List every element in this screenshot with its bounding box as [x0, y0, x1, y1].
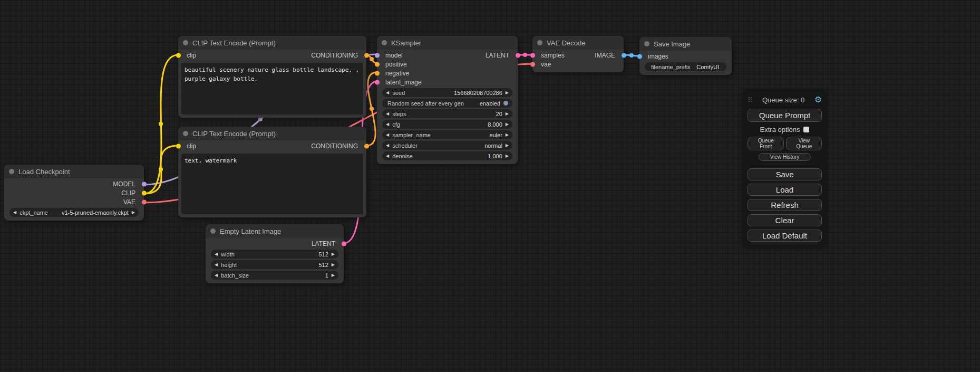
view-queue-button[interactable]: View Queue — [786, 137, 822, 150]
prompt-textarea[interactable]: beautiful scenery nature glass bottle la… — [181, 63, 363, 115]
input-port-model[interactable] — [375, 53, 380, 58]
queue-size-label: Queue size: 0 — [753, 96, 814, 104]
widget-value: 512 — [237, 262, 328, 268]
node-title-bar[interactable]: Load Checkpoint — [4, 165, 144, 178]
increment-arrow-icon[interactable]: ▶ — [132, 211, 135, 215]
node-title: VAE Decode — [547, 39, 585, 47]
node-title-bar[interactable]: Save Image — [639, 37, 732, 51]
collapse-dot-icon[interactable] — [537, 40, 542, 45]
increment-arrow-icon[interactable]: ▶ — [506, 133, 509, 137]
widget-height[interactable]: ◀ height 512 ▶ — [211, 260, 338, 269]
input-port-negative[interactable] — [375, 71, 380, 75]
node-vae-decode[interactable]: VAE Decode samples IMAGE vae — [532, 36, 624, 72]
output-port-vae[interactable] — [142, 199, 147, 204]
decrement-arrow-icon[interactable]: ◀ — [386, 154, 389, 158]
widget-seed[interactable]: ◀ seed 156680208700286 ▶ — [382, 88, 512, 97]
extra-options-label: Extra options — [760, 126, 800, 133]
input-port-clip[interactable] — [176, 53, 181, 58]
increment-arrow-icon[interactable]: ▶ — [506, 91, 509, 95]
load-default-button[interactable]: Load Default — [748, 230, 822, 242]
output-port-model[interactable] — [142, 182, 147, 186]
node-title: Save Image — [654, 40, 690, 48]
widget-batch-size[interactable]: ◀ batch_size 1 ▶ — [211, 271, 338, 280]
node-title-bar[interactable]: VAE Decode — [532, 36, 624, 50]
prompt-textarea[interactable]: text, watermark — [181, 154, 363, 214]
view-history-button[interactable]: View History — [759, 153, 811, 161]
input-port-clip[interactable] — [176, 144, 181, 148]
node-title-bar[interactable]: CLIP Text Encode (Prompt) — [178, 36, 366, 50]
settings-gear-icon[interactable]: ⚙ — [814, 96, 822, 104]
widget-steps[interactable]: ◀ steps 20 ▶ — [382, 109, 512, 118]
save-button[interactable]: Save — [748, 168, 822, 180]
input-label-clip: clip — [187, 142, 196, 150]
decrement-arrow-icon[interactable]: ◀ — [386, 133, 389, 137]
widget-scheduler[interactable]: ◀ scheduler normal ▶ — [382, 141, 512, 150]
drag-handle-icon[interactable]: ⠿ — [748, 96, 753, 104]
input-port-latent-image[interactable] — [375, 80, 380, 84]
increment-arrow-icon[interactable]: ▶ — [332, 252, 335, 256]
increment-arrow-icon[interactable]: ▶ — [332, 273, 335, 278]
graph-canvas[interactable]: Load Checkpoint MODEL CLIP VAE ◀ ckpt_na… — [0, 0, 980, 372]
node-title-bar[interactable]: Empty Latent Image — [206, 224, 344, 238]
widget-label: denoise — [392, 153, 413, 159]
widget-ckpt-name[interactable]: ◀ ckpt_name v1-5-pruned-emaonly.ckpt ▶ — [9, 208, 139, 217]
widget-width[interactable]: ◀ width 512 ▶ — [211, 250, 338, 259]
output-port-conditioning[interactable] — [364, 53, 369, 58]
output-port-image[interactable] — [622, 53, 626, 58]
widget-value: 1.000 — [413, 153, 502, 159]
load-button[interactable]: Load — [748, 184, 822, 196]
increment-arrow-icon[interactable]: ▶ — [506, 144, 509, 148]
widget-cfg[interactable]: ◀ cfg 8.000 ▶ — [382, 120, 512, 129]
output-port-clip[interactable] — [142, 190, 147, 195]
node-clip-text-encode-negative[interactable]: CLIP Text Encode (Prompt) clip CONDITION… — [178, 127, 366, 217]
decrement-arrow-icon[interactable]: ◀ — [386, 91, 389, 95]
node-title: Empty Latent Image — [220, 227, 281, 235]
collapse-dot-icon[interactable] — [644, 41, 649, 46]
input-label-latent-image: latent_image — [385, 79, 422, 86]
node-clip-text-encode-positive[interactable]: CLIP Text Encode (Prompt) clip CONDITION… — [178, 36, 366, 118]
node-title-bar[interactable]: KSampler — [377, 36, 518, 50]
clear-button[interactable]: Clear — [748, 214, 822, 226]
input-port-positive[interactable] — [375, 62, 380, 66]
input-port-samples[interactable] — [530, 53, 535, 58]
widget-value: 8.000 — [400, 121, 502, 128]
widget-sampler-name[interactable]: ◀ sampler_name euler ▶ — [382, 130, 512, 139]
increment-arrow-icon[interactable]: ▶ — [506, 122, 509, 127]
decrement-arrow-icon[interactable]: ◀ — [386, 144, 389, 148]
refresh-button[interactable]: Refresh — [748, 199, 822, 211]
increment-arrow-icon[interactable]: ▶ — [506, 112, 509, 116]
decrement-arrow-icon[interactable]: ◀ — [13, 211, 16, 215]
decrement-arrow-icon[interactable]: ◀ — [386, 112, 389, 116]
input-port-images[interactable] — [637, 54, 642, 59]
input-label-clip: clip — [187, 52, 196, 59]
link-midpoint-dot — [629, 53, 634, 58]
output-port-conditioning[interactable] — [364, 144, 369, 148]
collapse-dot-icon[interactable] — [183, 40, 188, 45]
collapse-dot-icon[interactable] — [382, 40, 387, 45]
decrement-arrow-icon[interactable]: ◀ — [215, 252, 218, 256]
input-port-vae[interactable] — [530, 62, 535, 66]
collapse-dot-icon[interactable] — [210, 228, 216, 234]
extra-options-checkbox[interactable] — [803, 127, 809, 132]
widget-filename-prefix[interactable]: filename_prefix ComfyUI — [645, 62, 726, 71]
increment-arrow-icon[interactable]: ▶ — [332, 263, 335, 267]
output-port-latent[interactable] — [342, 241, 346, 246]
decrement-arrow-icon[interactable]: ◀ — [386, 122, 389, 127]
node-title-bar[interactable]: CLIP Text Encode (Prompt) — [178, 127, 366, 140]
queue-front-button[interactable]: Queue Front — [748, 137, 784, 150]
collapse-dot-icon[interactable] — [183, 131, 188, 136]
increment-arrow-icon[interactable]: ▶ — [506, 154, 509, 158]
toggle-dot-icon[interactable] — [503, 101, 508, 106]
decrement-arrow-icon[interactable]: ◀ — [215, 273, 218, 278]
node-load-checkpoint[interactable]: Load Checkpoint MODEL CLIP VAE ◀ ckpt_na… — [4, 165, 144, 221]
output-port-latent[interactable] — [516, 53, 520, 58]
input-label-samples: samples — [541, 52, 565, 59]
widget-random-seed-toggle[interactable]: Random seed after every gen enabled — [382, 99, 512, 108]
widget-denoise[interactable]: ◀ denoise 1.000 ▶ — [382, 151, 512, 160]
node-save-image[interactable]: Save Image images filename_prefix ComfyU… — [639, 37, 732, 75]
queue-prompt-button[interactable]: Queue Prompt — [748, 109, 822, 122]
collapse-dot-icon[interactable] — [9, 169, 14, 174]
decrement-arrow-icon[interactable]: ◀ — [215, 263, 218, 267]
node-empty-latent-image[interactable]: Empty Latent Image LATENT ◀ width 512 ▶ … — [206, 224, 344, 283]
node-ksampler[interactable]: KSampler model LATENT positive negative … — [377, 36, 518, 164]
